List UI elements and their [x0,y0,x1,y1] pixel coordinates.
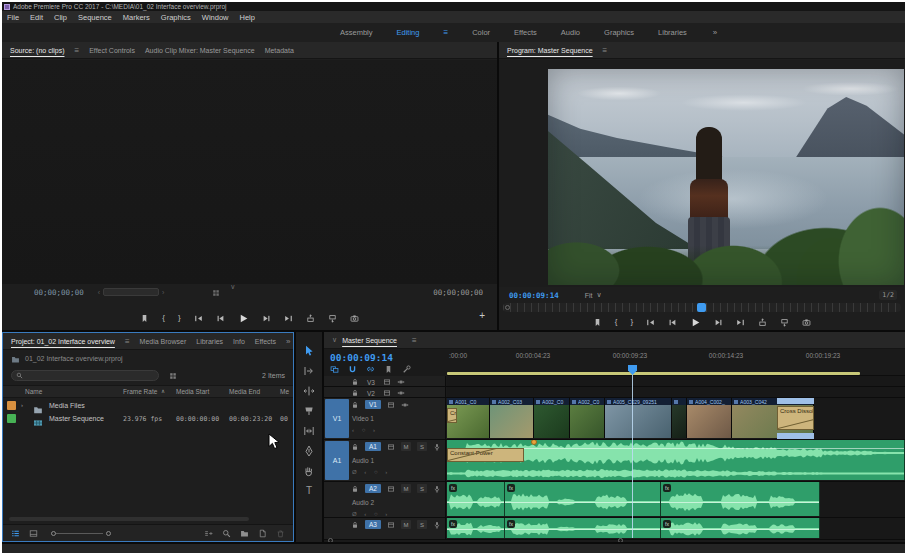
go-to-in-button[interactable] [194,314,203,323]
track-lock-icon[interactable] [351,401,359,409]
project-scrollbar[interactable] [9,517,249,521]
track-target-a3[interactable]: A3 [365,520,381,529]
search-input[interactable] [26,372,154,379]
workspace-tab-color[interactable]: Color [472,28,490,37]
video-transition-cross-dissolve[interactable]: Cross Dissolve [777,406,814,430]
mute-button[interactable]: M [401,520,411,529]
track-target-a2[interactable]: A2 [365,484,381,493]
track-keyframe-nav[interactable]: Ø ‹ ○ › [352,511,390,517]
audio-clip[interactable]: fx [447,518,505,538]
tab-program[interactable]: Program: Master Sequence [507,47,603,54]
audio-transition-constant-power[interactable]: Constant Power [447,448,524,462]
label-color-swatch[interactable] [7,414,16,423]
nest-icon[interactable] [330,365,339,374]
voiceover-record-icon[interactable] [433,485,441,493]
source-monitor-viewport[interactable] [2,60,497,284]
menu-window[interactable]: Window [202,13,229,22]
panel-menu-icon[interactable]: ≡ [603,46,608,55]
tool-slip[interactable] [303,424,316,437]
menu-sequence[interactable]: Sequence [78,13,112,22]
solo-button[interactable]: S [417,484,427,493]
track-content-v1[interactable]: A001_C0A002_C03A002_C0A002_C0A005_C029_0… [447,398,905,439]
source-patch-v1[interactable]: V1 [325,399,349,438]
sync-lock-icon[interactable] [383,378,391,386]
volume-rubber-band[interactable] [505,529,660,530]
timeline-playhead-line[interactable] [632,368,633,538]
workspace-tab-libraries[interactable]: Libraries [658,28,687,37]
track-target-a1[interactable]: A1 [365,442,381,451]
volume-rubber-band[interactable] [447,529,504,530]
volume-rubber-band[interactable] [447,502,504,503]
table-row[interactable]: ›Media Files [3,399,293,412]
export-frame-button[interactable] [350,314,359,323]
linked-selection-icon[interactable] [366,365,375,374]
solo-button[interactable]: S [417,442,427,451]
workspace-tab-graphics[interactable]: Graphics [604,28,634,37]
video-clip[interactable] [672,398,687,438]
program-playhead[interactable] [697,303,706,312]
tab-project-4[interactable]: Effects [255,338,286,345]
track-lock-icon[interactable] [351,378,359,386]
search-bin-icon[interactable] [169,366,177,384]
table-row[interactable]: Master Sequence23.976 fps00:00:00:0000:0… [3,412,293,425]
menu-help[interactable]: Help [240,13,255,22]
sync-lock-icon[interactable] [387,485,395,493]
video-clip[interactable]: A002_C03 [490,398,534,438]
video-clip[interactable]: A002_C0 [570,398,605,438]
video-transition-in[interactable]: Cross Dissolve [447,408,457,423]
tab-source-3[interactable]: Metadata [265,47,304,54]
automate-to-sequence-button[interactable] [204,529,213,538]
column-header-me[interactable]: Me [280,388,289,395]
icon-view-button[interactable] [29,529,38,538]
go-to-out-button[interactable] [284,314,293,323]
source-clip-selector[interactable]: ‹ › [98,288,165,296]
new-bin-button[interactable] [240,529,249,538]
voiceover-record-icon[interactable] [433,443,441,451]
menu-clip[interactable]: Clip [54,13,67,22]
project-search-box[interactable] [11,370,159,381]
sync-lock-icon[interactable] [383,389,391,397]
tool-selection[interactable] [303,344,316,357]
volume-rubber-band[interactable] [505,502,660,503]
menu-graphics[interactable]: Graphics [161,13,191,22]
lift-button[interactable] [758,318,767,327]
volume-rubber-band[interactable] [661,529,819,530]
sync-lock-icon[interactable] [387,521,395,529]
track-output-eye-icon[interactable] [397,389,405,397]
program-video-frame[interactable] [548,69,904,285]
snap-icon[interactable] [348,365,357,374]
tab-timeline-sequence[interactable]: Master Sequence [342,337,407,344]
item-name[interactable]: Media Files [49,402,85,409]
export-frame-button[interactable] [802,318,811,327]
step-forward-button[interactable] [714,318,723,327]
track-output-eye-icon[interactable] [397,378,405,386]
panel-menu-icon[interactable]: ≡ [74,46,79,55]
tab-source-0[interactable]: Source: (no clips) [10,47,74,54]
scrubber-left-handle[interactable] [505,305,510,310]
sort-ascending-icon[interactable]: ∧ [161,388,165,394]
work-area-bar[interactable] [447,372,860,375]
tab-project-1[interactable]: Media Browser [140,338,197,345]
audio-clip[interactable]: fx [505,518,661,538]
label-color-swatch[interactable] [7,401,16,410]
play-button[interactable] [690,317,701,328]
column-header-name[interactable]: Name [25,388,42,395]
video-clip[interactable]: A004_C002_ [687,398,732,438]
track-keyframe-nav[interactable]: Ø ‹ ○ › [352,469,390,475]
voiceover-record-icon[interactable] [433,521,441,529]
tab-project-3[interactable]: Info [233,338,255,345]
volume-rubber-band[interactable] [661,502,819,503]
track-lock-icon[interactable] [351,485,359,493]
track-content-a3[interactable]: fxfxfx [447,518,905,539]
tab-project-0[interactable]: Project: 01_02 Interface overview [11,338,125,345]
track-target-v3[interactable]: V3 [365,379,377,386]
column-header-media-start[interactable]: Media Start [176,388,209,395]
column-header-media-end[interactable]: Media End [229,388,260,395]
audio-clip[interactable]: fx [661,482,820,516]
source-settings-icon[interactable] [212,283,220,301]
clear-button[interactable] [276,529,285,538]
workspace-tab-assembly[interactable]: Assembly [340,28,373,37]
panel-menu-icon[interactable]: ≡ [443,28,448,37]
workspace-tab-effects[interactable]: Effects [514,28,537,37]
track-content-v[interactable] [447,376,905,386]
